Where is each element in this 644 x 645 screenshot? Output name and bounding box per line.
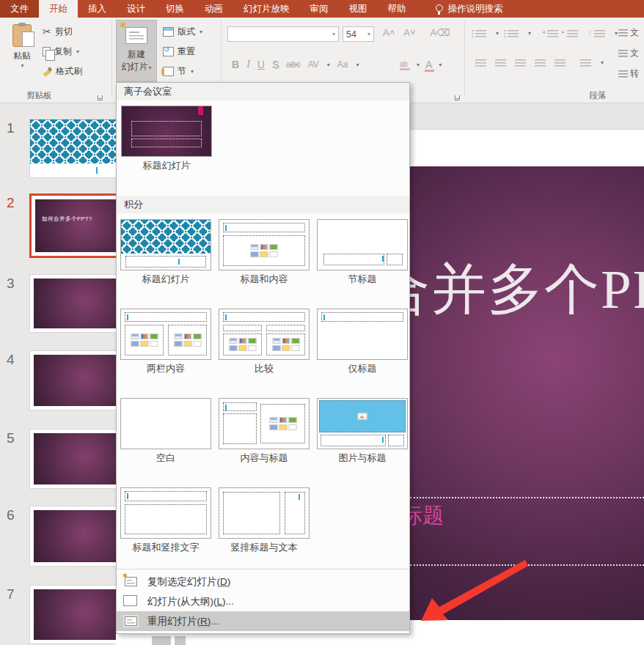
change-case-button[interactable]: Aa [337, 59, 348, 70]
clipboard-dialog-launcher[interactable] [98, 95, 103, 100]
scissors-icon: ✂ [43, 27, 51, 36]
columns-dropdown[interactable]: ▾ [601, 59, 604, 66]
bullets-icon[interactable] [475, 29, 486, 37]
char-spacing-button-dropdown[interactable]: ▾ [327, 62, 330, 68]
layout-option-1-1[interactable]: 标题幻灯片 [121, 106, 212, 172]
layout-option-2-11[interactable]: 竖排标题与文本 [219, 487, 310, 554]
font-dialog-launcher[interactable] [455, 95, 461, 100]
font-size-combobox[interactable]: 54▾ [343, 26, 374, 42]
layout-button[interactable]: 版式 ▾ [163, 23, 202, 40]
placeholder-outline [125, 312, 207, 322]
ribbon-tab-8[interactable]: 审阅 [300, 0, 339, 18]
layout-option-2-4[interactable]: 两栏内容 [120, 309, 211, 375]
current-slide-canvas[interactable]: 如何合并多个PPT? 标题 [410, 166, 644, 620]
paragraph-right-stack: 文文转 [618, 25, 644, 86]
convert-smartart-button[interactable]: 转 [618, 66, 644, 81]
layout-option-2-1[interactable]: 标题幻灯片 [120, 219, 211, 286]
highlight-dropdown[interactable]: ▾ [417, 62, 420, 68]
slide-thumbnail-6[interactable] [29, 506, 116, 567]
font-name-combobox[interactable]: ▾ [227, 26, 339, 42]
font-color-icon[interactable]: A [425, 59, 432, 70]
ribbon-tab-3[interactable]: 插入 [78, 0, 117, 18]
numbering-dropdown[interactable]: ▾ [528, 30, 531, 37]
ribbon-tab-10[interactable]: 帮助 [378, 0, 417, 18]
section-dropdown-arrow: ▾ [191, 68, 194, 75]
paste-button[interactable]: 粘贴 ▾ [6, 22, 38, 69]
font-name-arrow[interactable]: ▾ [332, 31, 335, 37]
strikethrough-button[interactable]: abc [286, 59, 300, 70]
slide-number-4: 4 [7, 352, 15, 368]
line-spacing-icon[interactable] [594, 29, 605, 37]
font-color-dropdown[interactable]: ▾ [439, 62, 442, 68]
underline-button[interactable]: U [257, 59, 265, 70]
section-button[interactable]: 节 ▾ [163, 63, 194, 79]
slide-thumbnail-1[interactable] [29, 119, 116, 178]
slide-thumbnail-5[interactable] [29, 429, 116, 489]
ribbon-tab-4[interactable]: 设计 [117, 0, 155, 18]
align-left-icon[interactable] [475, 59, 486, 67]
cut-label: 剪切 [55, 26, 73, 38]
columns-icon[interactable] [580, 59, 591, 67]
ribbon-tab-7[interactable]: 幻灯片放映 [233, 0, 300, 18]
ribbon-tab-9[interactable]: 视图 [339, 0, 378, 18]
layout-thumbnail [219, 309, 310, 360]
copy-button[interactable]: 复制 ▾ [43, 43, 79, 59]
format-painter-button[interactable]: 格式刷 [43, 63, 82, 79]
align-text-button-icon [618, 49, 628, 57]
ribbon-tab-2[interactable]: 开始 [39, 0, 78, 18]
align-center-icon[interactable] [495, 59, 506, 67]
slide-thumbnail-7[interactable] [29, 585, 116, 644]
align-text-button[interactable]: 文 [618, 45, 644, 60]
text-shadow-button[interactable]: S [272, 59, 279, 70]
new-slide-button[interactable]: 新建 幻灯片▾ [116, 20, 157, 82]
change-case-button-dropdown[interactable]: ▾ [356, 62, 359, 68]
decrease-indent-icon[interactable] [547, 29, 558, 37]
section-icon [163, 67, 174, 76]
menu-command-1[interactable]: 复制选定幻灯片(D) [117, 572, 409, 591]
layout-thumbnail [120, 219, 211, 270]
ribbon-tab-6[interactable]: 动画 [194, 0, 233, 18]
highlight-pen-icon[interactable]: ab [400, 60, 410, 69]
copy-dropdown-arrow[interactable]: ▾ [76, 48, 79, 55]
layout-option-2-3[interactable]: 节标题 [317, 219, 408, 286]
numbering-icon[interactable] [508, 29, 519, 37]
layout-option-2-7[interactable]: 空白 [120, 398, 211, 465]
justify-icon[interactable] [535, 59, 546, 67]
layout-option-2-10[interactable]: 标题和竖排文字 [120, 487, 211, 554]
align-right-icon[interactable] [515, 59, 526, 67]
layout-option-2-6[interactable]: 仅标题 [317, 309, 408, 375]
increase-indent-icon[interactable] [567, 29, 578, 37]
paste-dropdown-arrow[interactable]: ▾ [21, 62, 23, 69]
cut-button[interactable]: ✂ 剪切 [43, 23, 73, 40]
layout-option-2-5[interactable]: 比较 [219, 309, 310, 375]
layout-option-2-9[interactable]: 图片与标题 [317, 398, 408, 465]
ribbon-tab-1[interactable]: 文件 [0, 0, 39, 18]
increase-font-icon[interactable]: A˄ [383, 27, 395, 38]
menu-command-3[interactable]: 重用幻灯片(R)... [117, 611, 409, 631]
reset-button[interactable]: 重置 [163, 43, 195, 59]
tell-me-search[interactable]: 操作说明搜索 [436, 3, 503, 15]
slide-title-text[interactable]: 如何合并多个PPT? [410, 253, 644, 327]
ribbon-tab-5[interactable]: 切换 [155, 0, 194, 18]
italic-button[interactable]: I [246, 59, 250, 70]
bold-button[interactable]: B [232, 59, 239, 70]
layout-option-2-2[interactable]: 标题和内容 [219, 219, 310, 286]
decrease-font-icon[interactable]: A˅ [403, 27, 415, 38]
layout-option-2-8[interactable]: 内容与标题 [219, 398, 310, 465]
text-direction-button[interactable]: 文 [618, 25, 644, 40]
bullets-dropdown[interactable]: ▾ [496, 30, 499, 37]
font-size-arrow[interactable]: ▾ [367, 31, 370, 37]
cursor-mark [225, 405, 227, 410]
distribute-icon[interactable] [555, 59, 566, 67]
copy-label: 复制 [54, 45, 72, 58]
placeholder-outline [260, 404, 305, 443]
char-spacing-button[interactable]: AV [308, 59, 319, 70]
slide-thumbnail-3[interactable] [29, 274, 116, 333]
slide-thumbnail-2[interactable]: 如何合并多个PPT? [29, 194, 116, 258]
line-spacing-dropdown[interactable]: ▾ [615, 30, 618, 37]
slide-thumbnail-4[interactable] [29, 350, 116, 410]
slide-number-3: 3 [7, 276, 15, 292]
subtitle-placeholder-text[interactable]: 标题 [410, 501, 444, 531]
clear-formatting-icon[interactable]: A⌫ [431, 27, 450, 38]
menu-command-2[interactable]: 幻灯片(从大纲)(L)... [117, 591, 409, 611]
